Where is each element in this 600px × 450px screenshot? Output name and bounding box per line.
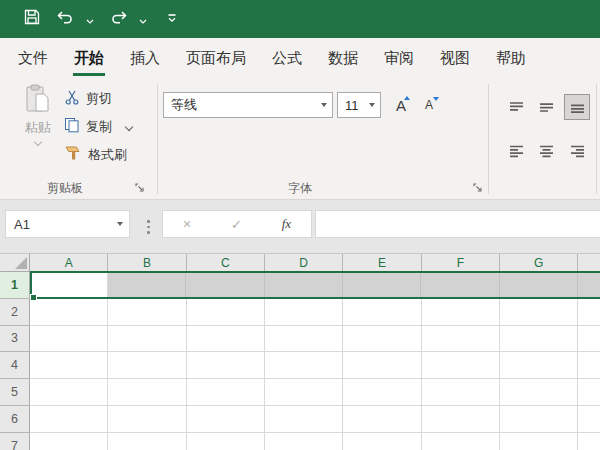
decrease-font-size-button[interactable]: A <box>416 92 442 118</box>
group-separator <box>596 84 597 194</box>
group-separator <box>157 84 158 194</box>
align-right-button[interactable] <box>564 138 590 164</box>
align-center-icon <box>539 145 554 158</box>
top-align-icon <box>509 101 524 114</box>
group-separator <box>488 84 489 194</box>
align-right-icon <box>570 145 585 158</box>
paste-icon <box>25 84 51 117</box>
paste-dropdown-icon <box>34 138 42 146</box>
excel-window: 文件开始插入页面布局公式数据审阅视图帮助 粘贴 剪切 <box>0 0 600 450</box>
copy-label: 复制 <box>86 118 112 136</box>
undo-dropdown-icon[interactable] <box>86 10 94 28</box>
ribbon-tab[interactable]: 页面布局 <box>186 49 246 68</box>
formula-input[interactable] <box>315 210 600 238</box>
font-dialog-launcher-icon[interactable] <box>472 179 484 191</box>
bottom-align-button[interactable] <box>564 94 590 120</box>
quick-access-toolbar <box>24 0 178 38</box>
insert-function-button[interactable]: fx <box>282 216 291 232</box>
select-all-button[interactable] <box>0 254 30 272</box>
ribbon-tab[interactable]: 开始 <box>74 49 104 68</box>
column-header[interactable]: E <box>343 254 421 272</box>
name-box-dropdown-icon[interactable] <box>111 222 129 226</box>
column-header[interactable]: G <box>500 254 578 272</box>
align-center-button[interactable] <box>533 138 559 164</box>
redo-dropdown-icon[interactable] <box>139 10 147 28</box>
cut-icon <box>64 89 80 108</box>
formula-bar-row: A1 × ✓ fx <box>0 200 600 253</box>
namebox-resize-handle[interactable] <box>147 220 150 234</box>
font-size-value[interactable]: 11 <box>338 98 364 113</box>
ribbon-tab[interactable]: 插入 <box>130 49 160 68</box>
font-size-dropdown-icon[interactable] <box>364 103 380 107</box>
cancel-button[interactable]: × <box>183 216 191 232</box>
fill-handle[interactable] <box>30 294 37 301</box>
paste-label: 粘贴 <box>25 119 51 137</box>
row-header[interactable]: 4 <box>0 352 30 379</box>
top-align-button[interactable] <box>503 94 529 120</box>
copy-icon <box>64 117 80 136</box>
middle-align-icon <box>539 101 554 114</box>
row-header[interactable]: 1 <box>0 272 30 299</box>
decrease-font-size-label: A <box>425 98 433 112</box>
title-bar <box>0 0 600 38</box>
column-header[interactable]: C <box>187 254 265 272</box>
row-header[interactable]: 3 <box>0 326 30 353</box>
ribbon-tab[interactable]: 公式 <box>272 49 302 68</box>
middle-align-button[interactable] <box>533 94 559 120</box>
format-painter-icon <box>64 145 82 164</box>
row-header[interactable]: 7 <box>0 433 30 450</box>
cut-label: 剪切 <box>86 90 112 108</box>
row-header[interactable]: 2 <box>0 299 30 326</box>
ribbon-tab[interactable]: 视图 <box>440 49 470 68</box>
column-header[interactable]: D <box>265 254 343 272</box>
row-header[interactable]: 6 <box>0 406 30 433</box>
column-header[interactable]: A <box>30 254 108 272</box>
undo-icon[interactable] <box>56 10 75 28</box>
cut-button[interactable]: 剪切 <box>64 89 112 108</box>
column-header[interactable] <box>578 254 600 272</box>
font-size-combo[interactable]: 11 <box>337 92 381 118</box>
selected-cells-fill <box>108 273 600 297</box>
paste-button[interactable]: 粘贴 <box>18 84 58 166</box>
ribbon-tab[interactable]: 帮助 <box>496 49 526 68</box>
increase-font-size-button[interactable]: A <box>388 92 414 118</box>
save-icon[interactable] <box>24 9 40 29</box>
column-header[interactable]: B <box>108 254 186 272</box>
ribbon-tabs: 文件开始插入页面布局公式数据审阅视图帮助 <box>0 38 600 78</box>
name-box-value[interactable]: A1 <box>6 217 111 232</box>
worksheet-grid: ABCDEFG 12345678 <box>0 253 600 450</box>
formula-buttons: × ✓ fx <box>162 210 312 238</box>
font-name-combo[interactable]: 等线 <box>163 92 333 118</box>
increase-caret-icon <box>404 96 410 100</box>
select-all-triangle-icon <box>15 257 27 269</box>
font-name-dropdown-icon[interactable] <box>316 103 332 107</box>
font-group-label: 字体 <box>160 180 440 197</box>
clipboard-dialog-launcher-icon[interactable] <box>134 179 146 191</box>
align-left-button[interactable] <box>503 138 529 164</box>
format-painter-button[interactable]: 格式刷 <box>64 145 127 164</box>
customize-quick-access-icon[interactable] <box>166 10 178 28</box>
clipboard-group-label: 剪贴板 <box>0 180 130 197</box>
decrease-caret-icon <box>433 97 439 101</box>
ribbon: 粘贴 剪切 复制 <box>0 78 600 200</box>
redo-icon[interactable] <box>109 10 128 28</box>
align-left-icon <box>509 145 524 158</box>
copy-dropdown-icon[interactable] <box>125 122 133 130</box>
ribbon-tab[interactable]: 文件 <box>18 49 48 68</box>
ribbon-tab[interactable]: 审阅 <box>384 49 414 68</box>
column-header[interactable]: F <box>422 254 500 272</box>
enter-button[interactable]: ✓ <box>231 217 242 232</box>
ribbon-tab[interactable]: 数据 <box>328 49 358 68</box>
format-painter-label: 格式刷 <box>88 146 127 164</box>
row-header[interactable]: 5 <box>0 379 30 406</box>
bottom-align-icon <box>570 101 585 114</box>
font-name-value[interactable]: 等线 <box>164 96 316 114</box>
copy-button[interactable]: 复制 <box>64 117 132 136</box>
row-selection-border <box>30 271 600 299</box>
name-box[interactable]: A1 <box>5 210 130 238</box>
